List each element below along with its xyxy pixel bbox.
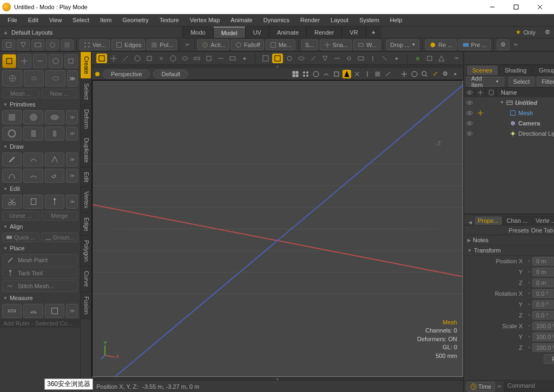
quick-align-button[interactable]: Quick ... [2, 232, 39, 242]
col-name-header[interactable]: Name [497, 89, 554, 96]
workplane-button[interactable]: W... [353, 39, 380, 50]
vp-opt-5[interactable] [332, 70, 341, 78]
layout-gear-icon[interactable]: ⚙ [541, 29, 554, 36]
scene-row-untitled[interactable]: ▼Untitled [464, 97, 554, 108]
transform-3[interactable] [45, 70, 65, 87]
mode-animate[interactable]: Animate [269, 26, 306, 38]
vp-g9-icon[interactable] [379, 54, 390, 63]
vp-plus-icon[interactable]: + [239, 54, 250, 63]
mode-vr[interactable]: VR [341, 26, 365, 38]
ruler-tool[interactable] [2, 304, 22, 318]
mode-render[interactable]: Render [306, 26, 341, 38]
vtab-vertex[interactable]: Vertex [81, 187, 91, 213]
vp-cube2-icon[interactable] [424, 54, 435, 63]
vertices-button[interactable]: Ver... [80, 39, 110, 50]
vp-tool-10[interactable] [203, 54, 214, 63]
outliner-body[interactable]: ▼Untitled Mesh Camera Directional Light [464, 97, 554, 214]
protractor-tool[interactable] [23, 304, 43, 318]
vp-pan-icon[interactable] [400, 70, 408, 78]
new-dropdown[interactable]: New ... [41, 89, 78, 98]
tab-channels[interactable]: Chan ... [503, 216, 532, 225]
mesh-paint-button[interactable]: Mesh Paint [2, 254, 78, 266]
field-rot-y[interactable]: 0.0 ° [532, 300, 554, 309]
primitives-header[interactable]: ▼Primitives [0, 99, 80, 109]
paste-tool[interactable] [23, 195, 43, 209]
vp-move-icon[interactable] [108, 54, 119, 63]
command-input[interactable]: Command [504, 382, 554, 391]
vtab-duplicate[interactable]: Duplicate [81, 134, 91, 168]
menu-item[interactable]: Item [96, 16, 116, 24]
mode-uv[interactable]: UV [245, 26, 269, 38]
vtab-deform[interactable]: Deform [81, 105, 91, 134]
vp-rotate-icon[interactable] [132, 54, 143, 63]
ellipsoid-primitive[interactable] [45, 110, 64, 124]
chevron-icon[interactable]: ≫ [183, 42, 192, 47]
reset-button[interactable]: Reset▼ [544, 354, 554, 364]
maximize-button[interactable] [504, 0, 528, 14]
vp-opt-8[interactable] [363, 70, 372, 78]
field-scl-x[interactable]: 100.0 % [532, 322, 554, 330]
cmd-chev-icon[interactable]: ≫ [497, 384, 502, 389]
vp-item-icon[interactable] [272, 54, 283, 63]
3d-viewport[interactable]: -Z Mesh Channels: 0 Deformers: ON GL: 0 … [92, 80, 463, 377]
cut-tool[interactable] [2, 195, 22, 209]
menu-layout[interactable]: Layout [326, 16, 353, 24]
snap-button[interactable]: Sna... [320, 39, 352, 50]
vp-opt-7[interactable] [353, 70, 361, 78]
mesh-dropdown[interactable]: Mesh ... [2, 89, 39, 98]
torus-primitive[interactable] [2, 127, 22, 141]
vp-chev-icon[interactable]: ≫ [452, 56, 461, 61]
sel-tool-4[interactable] [46, 39, 59, 50]
menu-geometry[interactable]: Geometry [118, 16, 153, 24]
prop-tab-chev-icon[interactable]: ◀ [466, 220, 474, 225]
ground-button[interactable]: Groun... [41, 232, 78, 242]
field-scl-y[interactable]: 100.0 % [532, 333, 554, 341]
primitives-more-2[interactable]: ≫ [66, 127, 78, 141]
menu-view[interactable]: View [45, 16, 67, 24]
cylinder-primitive[interactable] [23, 127, 43, 141]
cube-primitive[interactable] [2, 110, 22, 124]
vp-opt-4[interactable] [322, 70, 331, 78]
vp-cube-icon[interactable] [96, 54, 107, 63]
transform-section[interactable]: ▼Transform [464, 245, 554, 256]
bezier-tool[interactable] [2, 169, 22, 183]
sel-tool-2[interactable] [17, 39, 30, 50]
menu-file[interactable]: File [3, 16, 22, 24]
tab-groups[interactable]: Groups [533, 65, 554, 75]
menu-render[interactable]: Render [296, 16, 324, 24]
vp-tool-8[interactable] [180, 54, 190, 63]
vtab-curve[interactable]: Curve [81, 267, 91, 291]
notes-section[interactable]: ▶Notes [464, 235, 554, 245]
add-ruler-label[interactable]: Add Ruler - Selected Co... [0, 319, 80, 328]
vtab-fusion[interactable]: Fusion [81, 292, 91, 319]
col-visibility-icon[interactable] [464, 88, 475, 97]
add-item-button[interactable]: Add Item ▼ [466, 77, 504, 87]
only-toggle[interactable]: ★Only [510, 29, 541, 36]
vp-opt-9[interactable] [373, 70, 382, 78]
layouts-label[interactable]: Default Layouts [11, 29, 52, 36]
vtab-polygon[interactable]: Polygon [81, 236, 91, 267]
menu-texture[interactable]: Texture [155, 16, 183, 24]
edit-header[interactable]: ▼Edit [0, 184, 80, 194]
filter-button[interactable]: Filter [537, 77, 554, 87]
scene-row-light[interactable]: Directional Light [464, 128, 554, 138]
transform-1[interactable] [2, 70, 22, 87]
action-center-button[interactable]: Acti... [197, 39, 229, 50]
chevron-icon-2[interactable]: ≫ [511, 42, 520, 47]
render-button[interactable]: Re ... [425, 39, 456, 50]
vp-g5-icon[interactable] [332, 54, 342, 63]
select-button[interactable]: Select [509, 77, 535, 87]
vp-orbit-icon[interactable] [410, 70, 419, 78]
mode-modo[interactable]: Modo [182, 26, 213, 38]
lasso-tool-button[interactable] [33, 54, 47, 68]
vp-tool-9[interactable] [192, 54, 202, 63]
unmerge-button[interactable]: Unme ... [2, 211, 39, 221]
menu-vertex-map[interactable]: Vertex Map [186, 16, 225, 24]
time-button[interactable]: Time [466, 382, 495, 391]
vp-opt-3[interactable] [312, 70, 320, 78]
vp-tri-icon[interactable] [436, 54, 447, 63]
layout-dropdown-icon[interactable]: ▲ [3, 30, 8, 35]
curve-tool[interactable] [45, 152, 64, 167]
move-tool-button[interactable] [18, 54, 32, 68]
measure-header[interactable]: ▼Measure [0, 293, 80, 303]
